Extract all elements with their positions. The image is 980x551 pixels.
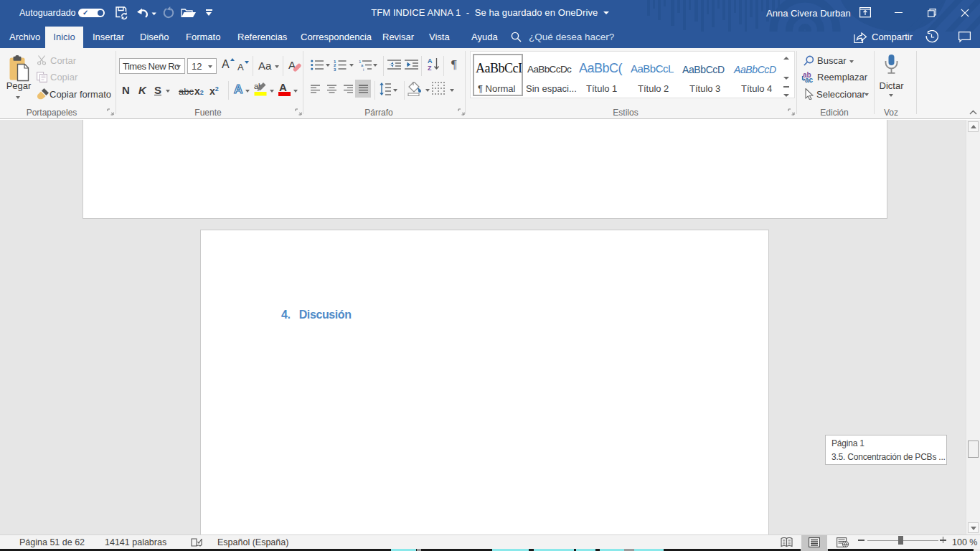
svg-text:Z: Z <box>428 65 432 71</box>
svg-text:i: i <box>363 67 364 71</box>
svg-text:3: 3 <box>334 67 336 72</box>
svg-text:A: A <box>428 57 433 65</box>
svg-text:ac: ac <box>805 76 814 83</box>
